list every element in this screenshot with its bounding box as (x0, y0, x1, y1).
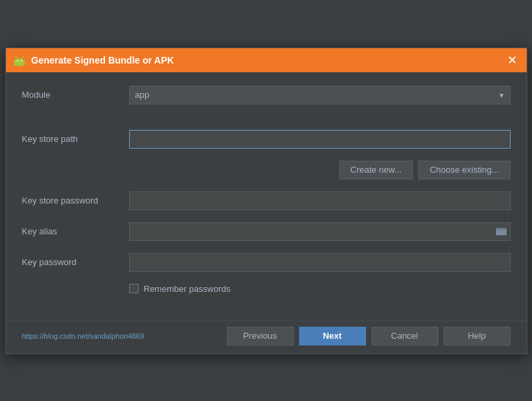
svg-line-5 (22, 56, 23, 58)
key-store-path-row: Key store path (22, 130, 511, 149)
next-button[interactable]: Next (299, 327, 366, 345)
help-button[interactable]: Help (444, 327, 511, 345)
svg-point-3 (21, 60, 22, 62)
key-store-password-row: Key store password (22, 191, 511, 210)
key-alias-control (129, 222, 511, 241)
key-password-label: Key password (22, 257, 129, 267)
key-alias-input[interactable] (129, 222, 511, 241)
create-new-button[interactable]: Create new... (339, 161, 414, 179)
key-store-path-control (129, 130, 511, 149)
close-button[interactable]: ✕ (505, 53, 520, 68)
key-store-password-control (129, 191, 511, 210)
android-icon (13, 54, 26, 67)
remember-passwords-row: Remember passwords (22, 284, 511, 294)
cancel-button[interactable]: Cancel (371, 327, 438, 345)
dialog: Generate Signed Bundle or APK ✕ Module a… (5, 48, 527, 354)
module-row: Module app (22, 86, 511, 104)
module-select-wrapper[interactable]: app (129, 86, 511, 104)
key-alias-label: Key alias (22, 226, 129, 236)
title-bar: Generate Signed Bundle or APK ✕ (6, 48, 527, 72)
svg-rect-6 (14, 62, 16, 66)
key-store-password-input[interactable] (129, 191, 511, 210)
key-alias-browse-button[interactable] (495, 224, 508, 238)
svg-point-2 (17, 60, 18, 62)
spacer (22, 116, 511, 130)
remember-passwords-label: Remember passwords (144, 284, 231, 294)
module-label: Module (22, 90, 129, 100)
key-password-control (129, 253, 511, 272)
keystore-buttons-row: Create new... Choose existing... (22, 161, 511, 179)
key-password-row: Key password (22, 253, 511, 272)
key-store-path-label: Key store path (22, 134, 129, 144)
title-bar-left: Generate Signed Bundle or APK (13, 54, 174, 67)
svg-rect-10 (496, 228, 501, 230)
choose-existing-button[interactable]: Choose existing... (418, 161, 510, 179)
remember-passwords-checkbox[interactable] (129, 284, 139, 293)
key-store-password-label: Key store password (22, 195, 129, 206)
dialog-title: Generate Signed Bundle or APK (31, 55, 174, 66)
svg-line-4 (15, 56, 17, 58)
footer: https://blog.csdn.net/sandalphon4869 Pre… (6, 321, 527, 353)
content: Module app Key store path Create new... … (6, 72, 527, 321)
footer-url: https://blog.csdn.net/sandalphon4869 (22, 332, 145, 340)
key-password-input[interactable] (129, 253, 511, 272)
key-store-path-input[interactable] (129, 130, 511, 149)
svg-rect-9 (496, 229, 507, 235)
svg-rect-7 (23, 62, 25, 66)
footer-buttons: Previous Next Cancel Help (227, 327, 511, 345)
key-alias-row: Key alias (22, 222, 511, 241)
previous-button[interactable]: Previous (227, 327, 294, 345)
module-select[interactable]: app (129, 86, 511, 104)
